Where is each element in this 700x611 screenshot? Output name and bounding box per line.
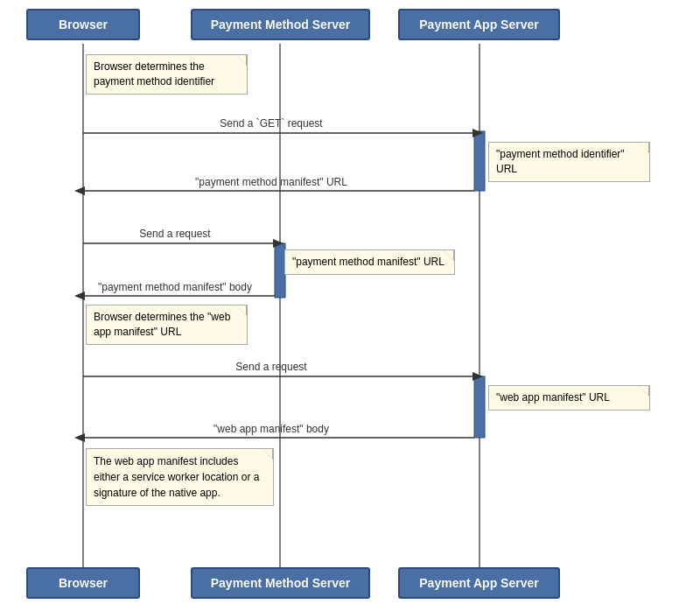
svg-text:"web app manifest" body: "web app manifest" body: [214, 423, 329, 435]
svg-marker-16: [74, 291, 85, 300]
svg-rect-5: [474, 376, 485, 438]
svg-rect-3: [474, 131, 485, 191]
note-browser-determines: Browser determines the payment method id…: [86, 54, 248, 95]
note-payment-method-manifest-url: "payment method manifest" URL: [284, 249, 455, 275]
note-web-app-manifest-url: "web app manifest" URL: [488, 385, 650, 411]
footer-payment-method: Payment Method Server: [191, 567, 370, 599]
footer-payment-app: Payment App Server: [398, 567, 560, 599]
footer-browser: Browser: [26, 567, 140, 599]
header-browser: Browser: [26, 9, 140, 40]
svg-text:Send a request: Send a request: [235, 361, 307, 373]
svg-marker-13: [273, 239, 284, 248]
svg-text:Send a `GET` request: Send a `GET` request: [220, 117, 323, 130]
sequence-diagram: Send a `GET` request "payment method man…: [0, 0, 700, 611]
svg-text:Send a request: Send a request: [139, 228, 211, 240]
note-browser-determines-webapp: Browser determines the "web app manifest…: [86, 305, 248, 345]
note-web-app-manifest-info: The web app manifest includes either a s…: [86, 448, 274, 506]
note-payment-method-identifier-url: "payment method identifier" URL: [488, 142, 650, 182]
svg-marker-7: [472, 129, 483, 137]
svg-marker-10: [74, 186, 85, 195]
header-payment-method: Payment Method Server: [191, 9, 370, 40]
svg-marker-19: [472, 372, 483, 381]
svg-text:"payment method manifest" URL: "payment method manifest" URL: [195, 176, 347, 188]
svg-marker-22: [74, 433, 85, 442]
header-payment-app: Payment App Server: [398, 9, 560, 40]
svg-text:"payment method manifest" body: "payment method manifest" body: [98, 281, 252, 293]
